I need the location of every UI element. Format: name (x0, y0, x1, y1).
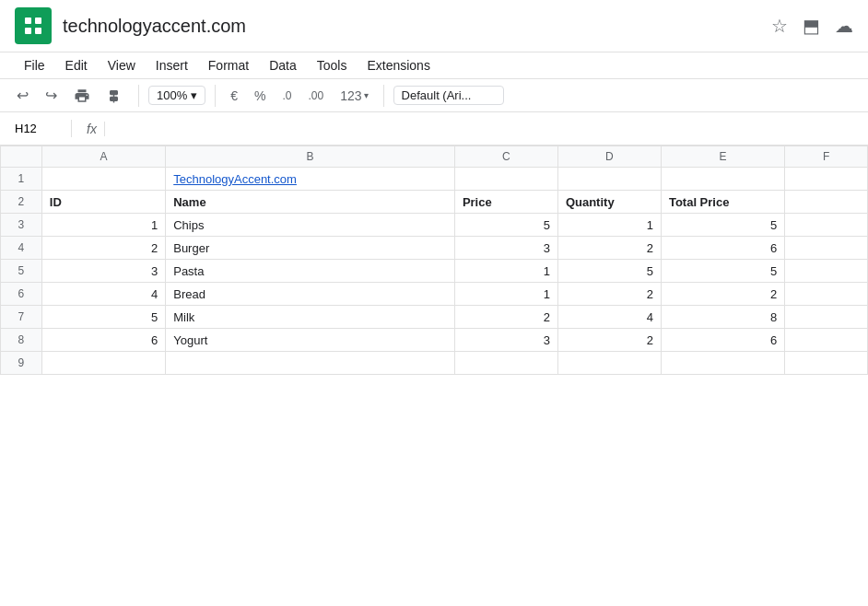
cell-e6[interactable]: 2 (661, 283, 784, 306)
menu-tools[interactable]: Tools (308, 54, 357, 76)
cell-c6[interactable]: 1 (454, 283, 557, 306)
cell-c3[interactable]: 5 (454, 214, 557, 237)
cell-d1[interactable] (557, 168, 661, 191)
cell-b1[interactable]: TechnologyAccent.com (166, 168, 455, 191)
cell-b2[interactable]: Name (166, 191, 455, 214)
cell-b9[interactable] (166, 352, 455, 375)
percent-button[interactable]: % (249, 87, 271, 105)
cell-f7[interactable] (785, 306, 868, 329)
euro-button[interactable]: € (225, 87, 243, 105)
menu-data[interactable]: Data (260, 54, 306, 76)
row-header-5[interactable]: 5 (1, 260, 42, 283)
cell-d8[interactable]: 2 (557, 329, 661, 352)
cell-a3[interactable]: 1 (41, 214, 165, 237)
cell-b8[interactable]: Yogurt (166, 329, 455, 352)
cell-e3[interactable]: 5 (661, 214, 784, 237)
cell-c4[interactable]: 3 (454, 237, 557, 260)
cell-e4[interactable]: 6 (661, 237, 784, 260)
cell-b6[interactable]: Bread (166, 283, 455, 306)
row-header-2[interactable]: 2 (1, 191, 42, 214)
paint-format-button[interactable] (101, 84, 129, 108)
svg-rect-2 (25, 28, 31, 34)
cell-d3[interactable]: 1 (557, 214, 661, 237)
cell-f6[interactable] (785, 283, 868, 306)
star-icon[interactable]: ☆ (771, 15, 788, 37)
redo-button[interactable]: ↪ (40, 83, 63, 108)
cell-a7[interactable]: 5 (41, 306, 165, 329)
cell-b7[interactable]: Milk (166, 306, 455, 329)
row-header-1[interactable]: 1 (1, 168, 42, 191)
cell-e5[interactable]: 5 (661, 260, 784, 283)
row-header-6[interactable]: 6 (1, 283, 42, 306)
cell-b3[interactable]: Chips (166, 214, 455, 237)
cell-reference-input[interactable] (7, 120, 72, 137)
cell-a9[interactable] (41, 352, 165, 375)
folder-icon[interactable]: ⬒ (803, 15, 820, 37)
col-header-c[interactable]: C (454, 146, 557, 168)
svg-rect-0 (25, 17, 31, 24)
cell-b4[interactable]: Burger (166, 237, 455, 260)
undo-button[interactable]: ↩ (11, 83, 34, 108)
cell-f9[interactable] (785, 352, 868, 375)
menu-format[interactable]: Format (199, 54, 258, 76)
cell-a1[interactable] (41, 168, 165, 191)
title-icons: ☆ ⬒ ☁ (771, 15, 853, 37)
cell-d5[interactable]: 5 (557, 260, 661, 283)
table-row: 9 (1, 352, 868, 375)
cell-e8[interactable]: 6 (661, 329, 784, 352)
cell-b5[interactable]: Pasta (166, 260, 455, 283)
menu-file[interactable]: File (15, 54, 54, 76)
cell-a6[interactable]: 4 (41, 283, 165, 306)
cell-e1[interactable] (661, 168, 784, 191)
cell-d9[interactable] (557, 352, 661, 375)
cell-f2[interactable] (785, 191, 868, 214)
cell-d2[interactable]: Quantity (557, 191, 661, 214)
zoom-control[interactable]: 100% ▾ (148, 86, 205, 105)
cell-d6[interactable]: 2 (557, 283, 661, 306)
cell-a5[interactable]: 3 (41, 260, 165, 283)
cell-a2[interactable]: ID (41, 191, 165, 214)
print-button[interactable] (68, 84, 96, 108)
cell-e2[interactable]: Total Price (661, 191, 784, 214)
cell-c7[interactable]: 2 (454, 306, 557, 329)
cell-f4[interactable] (785, 237, 868, 260)
col-header-d[interactable]: D (557, 146, 661, 168)
cell-e9[interactable] (661, 352, 784, 375)
cell-a8[interactable]: 6 (41, 329, 165, 352)
formula-bar: fx (0, 112, 868, 146)
menu-view[interactable]: View (99, 54, 145, 76)
cell-e7[interactable]: 8 (661, 306, 784, 329)
cell-c9[interactable] (454, 352, 557, 375)
cell-c2[interactable]: Price (454, 191, 557, 214)
cell-f1[interactable] (785, 168, 868, 191)
row-header-3[interactable]: 3 (1, 214, 42, 237)
col-header-f[interactable]: F (785, 146, 868, 168)
format-123-button[interactable]: 123 ▾ (334, 87, 373, 105)
col-header-b[interactable]: B (166, 146, 455, 168)
cell-f3[interactable] (785, 214, 868, 237)
cell-c8[interactable]: 3 (454, 329, 557, 352)
col-header-e[interactable]: E (661, 146, 784, 168)
menu-extensions[interactable]: Extensions (358, 54, 439, 76)
menu-insert[interactable]: Insert (147, 54, 197, 76)
row-header-4[interactable]: 4 (1, 237, 42, 260)
font-selector[interactable]: Default (Ari... (393, 86, 504, 105)
row-header-9[interactable]: 9 (1, 352, 42, 375)
menu-edit[interactable]: Edit (56, 54, 97, 76)
cell-c1[interactable] (454, 168, 557, 191)
cell-c5[interactable]: 1 (454, 260, 557, 283)
cloud-icon[interactable]: ☁ (835, 15, 853, 37)
row-header-8[interactable]: 8 (1, 329, 42, 352)
cell-f8[interactable] (785, 329, 868, 352)
formula-input[interactable] (112, 120, 861, 137)
cell-a4[interactable]: 2 (41, 237, 165, 260)
cell-d4[interactable]: 2 (557, 237, 661, 260)
website-link[interactable]: TechnologyAccent.com (173, 172, 297, 186)
document-title[interactable]: technologyaccent.com (63, 16, 760, 37)
decimal-more-button[interactable]: .00 (303, 87, 330, 104)
col-header-a[interactable]: A (41, 146, 165, 168)
row-header-7[interactable]: 7 (1, 306, 42, 329)
cell-d7[interactable]: 4 (557, 306, 661, 329)
cell-f5[interactable] (785, 260, 868, 283)
decimal-less-button[interactable]: .0 (277, 87, 298, 104)
